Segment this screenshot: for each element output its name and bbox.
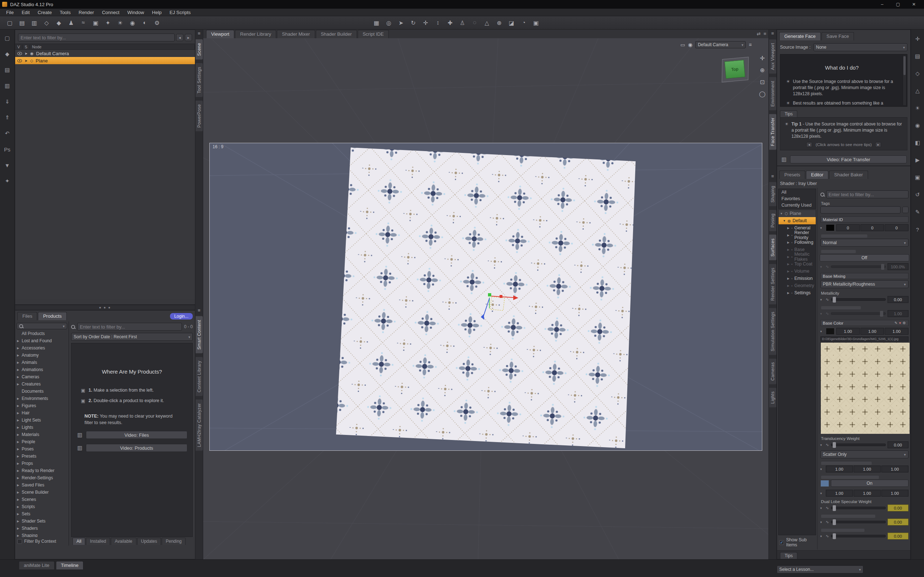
viewport-tab[interactable]: Viewport: [206, 30, 234, 38]
surface-group-item[interactable]: ▶ ▫ Emission: [779, 275, 816, 282]
viewport-tab[interactable]: Shader Mixer: [277, 30, 315, 38]
slider-value[interactable]: 0.00: [888, 533, 908, 540]
slider-track[interactable]: [831, 507, 886, 509]
geometry-editor-icon[interactable]: △: [481, 18, 492, 28]
dock-tab[interactable]: Tool Settings: [195, 63, 203, 97]
category-item[interactable]: ▶ Lights: [15, 424, 69, 431]
render-priority-dropdown[interactable]: Normal ▾: [821, 239, 908, 247]
help-scrollbar[interactable]: [903, 55, 906, 106]
texture-path[interactable]: D:/2EigeneBilder/3D-Grundlagen/IMG_5295_…: [821, 337, 908, 342]
lesson-selector-dropdown[interactable]: Select a Lesson... ▾: [777, 566, 863, 574]
expand-caret-icon[interactable]: ▾: [821, 467, 824, 471]
dock-tab[interactable]: Simulation Settings: [769, 308, 776, 355]
daz-central-icon[interactable]: ✦: [3, 177, 12, 185]
expand-arrow-icon[interactable]: ▶: [787, 226, 789, 230]
category-item[interactable]: ▶ Creatures: [15, 380, 69, 388]
dock-tab[interactable]: PowerPose: [195, 101, 203, 131]
expand-arrow-icon[interactable]: ▶: [787, 277, 789, 280]
sss-color-value[interactable]: 1.00: [854, 466, 881, 472]
slider-track[interactable]: [831, 312, 886, 315]
dock-tab[interactable]: Content Library: [195, 357, 203, 396]
orbit-icon[interactable]: ◯: [759, 90, 766, 97]
slider-handle[interactable]: [833, 505, 836, 511]
lights-pane-icon[interactable]: ☀: [913, 104, 922, 113]
open-document-icon[interactable]: ▤: [16, 18, 27, 28]
surface-selection-icon[interactable]: ◪: [506, 18, 517, 28]
status-tab[interactable]: Pending: [162, 538, 186, 545]
rotate-tool-icon[interactable]: ↻: [408, 18, 419, 28]
surface-group-item[interactable]: ▶ ▫ Geometry: [779, 282, 816, 289]
transmitted-color-value[interactable]: 1.00: [881, 490, 908, 496]
pane-menu-icon[interactable]: ≡: [763, 31, 766, 36]
sss-color-value[interactable]: 1.00: [881, 466, 908, 472]
menu-item[interactable]: Connect: [98, 9, 123, 16]
tips-tab[interactable]: Tips: [780, 552, 797, 559]
expand-arrow-icon[interactable]: ▶: [787, 270, 789, 273]
create-camera-icon[interactable]: ◉: [127, 18, 138, 28]
pin-icon[interactable]: ✛: [913, 35, 922, 43]
category-item[interactable]: ▶ Sets: [15, 510, 69, 517]
scene-node-default-camera[interactable]: ➤ ◉ Default Camera: [15, 50, 195, 57]
expand-caret-icon[interactable]: ▾: [821, 534, 824, 538]
scene-back-button[interactable]: ◂: [176, 34, 183, 41]
category-item[interactable]: ▶ Documents: [15, 388, 69, 395]
expand-caret-icon[interactable]: ▾: [821, 506, 824, 510]
translate-tool-icon[interactable]: ✛: [420, 18, 431, 28]
scale-tool-icon[interactable]: ↕: [432, 18, 443, 28]
expand-caret-icon[interactable]: ▾: [821, 330, 824, 333]
color-swatch[interactable]: [821, 480, 829, 487]
aux-viewport-icon[interactable]: ▣: [531, 18, 541, 28]
texture-preview[interactable]: [821, 342, 909, 434]
category-item[interactable]: ▶ People: [15, 438, 69, 445]
expand-arrow-icon[interactable]: ▶: [787, 234, 789, 237]
transmitted-color-value[interactable]: 1.00: [826, 490, 853, 496]
expand-arrow-icon[interactable]: ▶: [787, 248, 789, 251]
visibility-eye-icon[interactable]: [17, 52, 22, 55]
slider-value[interactable]: 1.00: [888, 310, 908, 317]
material-id-value[interactable]: 0: [885, 224, 908, 231]
dock-tab[interactable]: Scene: [195, 39, 203, 60]
category-item[interactable]: ▶ Figures: [15, 402, 69, 409]
collapse-arrow-icon[interactable]: ▼: [780, 212, 783, 215]
create-light-icon[interactable]: ☀: [115, 18, 126, 28]
pane-menu-icon[interactable]: ≡: [198, 31, 201, 36]
filter-by-context-checkbox[interactable]: [17, 539, 22, 544]
minimize-button[interactable]: –: [874, 0, 890, 8]
selectability-icon[interactable]: ➤: [24, 52, 27, 56]
dock-tab[interactable]: Environment: [769, 77, 776, 110]
category-item[interactable]: ▶ Lost and Found: [15, 337, 69, 344]
hair-icon[interactable]: ≈: [78, 18, 89, 28]
category-item[interactable]: ▶ Cameras: [15, 373, 69, 380]
transmitted-color-value[interactable]: 1.00: [854, 490, 881, 496]
expand-arrow-icon[interactable]: ▶: [787, 241, 789, 244]
surface-group-item[interactable]: ▶ ▫ Render Priority: [779, 232, 816, 239]
timeline-tab[interactable]: aniMate Lite: [19, 561, 55, 569]
slider-value[interactable]: 0.00: [888, 296, 908, 303]
spot-render-icon[interactable]: ◔: [518, 18, 529, 28]
video-files-button[interactable]: Video: Files: [86, 431, 187, 439]
base-color-value[interactable]: 1.00: [885, 328, 908, 335]
category-item[interactable]: ▶ Light Sets: [15, 416, 69, 424]
expand-arrow-icon[interactable]: ▶: [787, 284, 789, 287]
category-item[interactable]: ▶ Materials: [15, 431, 69, 438]
scene-column-header[interactable]: S: [23, 45, 30, 49]
figure-icon[interactable]: ♟: [66, 18, 76, 28]
menu-item[interactable]: File: [2, 9, 18, 16]
next-tip-button[interactable]: ▸: [875, 142, 881, 147]
show-sub-items-checkbox[interactable]: ✓: [779, 540, 784, 545]
puzzle-pane-icon[interactable]: ▣: [913, 173, 922, 182]
slider-value[interactable]: 100.0%: [888, 263, 908, 270]
on-toggle-button[interactable]: On: [831, 480, 908, 487]
zoom-icon[interactable]: ⊕: [760, 67, 764, 74]
dock-icon[interactable]: ⇄: [757, 31, 761, 36]
create-node-icon[interactable]: ◇: [41, 18, 52, 28]
surface-group-item[interactable]: ▶ ▫ Following: [779, 239, 816, 246]
base-color-swatch[interactable]: [826, 328, 835, 335]
pane-menu-icon[interactable]: ≡: [771, 174, 774, 179]
universal-tool-icon[interactable]: ✚: [445, 18, 456, 28]
translation-gizmo[interactable]: [478, 287, 529, 338]
dock-tab[interactable]: Face Transfer: [769, 114, 776, 150]
quick-list-item[interactable]: All: [779, 189, 816, 195]
category-item[interactable]: ▶ Scripts: [15, 503, 69, 510]
category-item[interactable]: ▶ Animations: [15, 366, 69, 373]
